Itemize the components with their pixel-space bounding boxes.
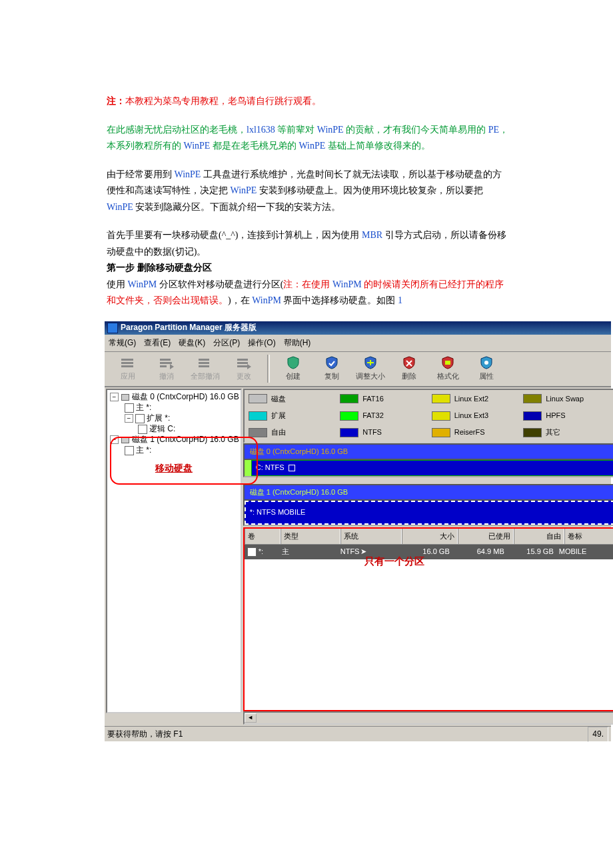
text: 分区软件对移动硬盘进行分区( (157, 279, 283, 289)
th-free[interactable]: 自由 (514, 529, 564, 544)
legend-label: ReiserFS (454, 426, 485, 439)
partition-table: 卷 类型 系统 大小 已使用 自由 卷标 *: 主 NTFS➤ 16.0 GB … (243, 527, 613, 711)
text: MBR (362, 230, 382, 240)
th-volume[interactable]: 卷 (245, 529, 281, 544)
shield-icon (284, 355, 303, 370)
text: 安装到移动硬盘上。因为使用环境比较复杂，所以要把 (257, 185, 483, 195)
app-icon (107, 323, 118, 333)
cell-vol: *: (245, 545, 279, 559)
minus-icon[interactable]: − (125, 414, 133, 423)
menu-view[interactable]: 查看(E) (144, 336, 171, 350)
menu-disk[interactable]: 硬盘(K) (179, 336, 205, 350)
minus-icon[interactable]: − (110, 435, 119, 444)
label: 调整大小 (356, 370, 385, 383)
thanks-paragraph: 在此感谢无忧启动社区的老毛桃，lxl1638 等前辈对 WinPE 的贡献，才有… (107, 122, 510, 155)
text: 1 (398, 295, 402, 305)
th-size[interactable]: 大小 (402, 529, 458, 544)
legend-label: 扩展 (271, 409, 286, 422)
label: 主 *: (136, 443, 151, 457)
swatch (249, 428, 267, 437)
cell-label: MOBILE (556, 545, 606, 559)
swatch (249, 394, 267, 403)
disk-icon (121, 436, 130, 444)
note-paragraph: 注：本教程为菜鸟专用教程，老鸟请自行跳行观看。 (107, 93, 510, 110)
text: *: (259, 547, 263, 555)
text: 都是在老毛桃兄弟的 (210, 141, 299, 151)
label: 全部撤消 (191, 370, 220, 383)
menu-help[interactable]: 帮助(H) (284, 336, 311, 350)
disk0-volume[interactable]: C: NTFS (251, 460, 613, 476)
th-system[interactable]: 系统 (340, 529, 402, 544)
disk0-bar[interactable]: C: NTFS (243, 459, 613, 477)
square-icon (289, 465, 295, 471)
swatch (432, 394, 450, 403)
partition-icon (125, 403, 134, 413)
document-body: 注：本教程为菜鸟专用教程，老鸟请自行跳行观看。 在此感谢无忧启动社区的老毛桃，l… (0, 0, 613, 768)
changes-button[interactable]: 更改 (225, 355, 263, 383)
text: 的贡献，才有我们今天简单易用的 (344, 125, 488, 135)
format-button[interactable]: 格式化 (428, 355, 467, 383)
label: 复制 (324, 370, 339, 383)
text: lxl1638 (247, 125, 275, 135)
text: 由于经常要用到 (107, 169, 175, 179)
text: 基础上简单修改得来的。 (325, 141, 430, 151)
swatch (432, 428, 450, 437)
label: 格式化 (437, 370, 459, 383)
delete-button[interactable]: 删除 (390, 355, 428, 383)
th-label[interactable]: 卷标 (564, 529, 613, 544)
partition-icon (247, 547, 257, 557)
disk1-volume[interactable]: *: NTFS MOBILE (245, 501, 613, 525)
text: WinPE (107, 202, 133, 212)
swatch (523, 428, 542, 437)
copy-button[interactable]: 复制 (312, 355, 351, 383)
legend-label: HPFS (546, 409, 565, 422)
tree-disk1[interactable]: −磁盘 1 (CntxCorpHD) 16.0 GB (109, 435, 239, 445)
paragraph-2: 由于经常要用到 WinPE 工具盘进行系统维护，光盘时间长了就无法读取，所以基于… (107, 167, 510, 216)
label: 应用 (121, 370, 135, 383)
annotation-one-partition: 只有一个分区 (364, 553, 424, 570)
text: WinPE (299, 141, 325, 151)
cell-type: 主 (279, 545, 338, 559)
apply-button[interactable]: 应用 (109, 355, 147, 383)
window-title: Paragon Partition Manager 服务器版 (121, 321, 257, 335)
winpm-screenshot: Paragon Partition Manager 服务器版 常规(G) 查看(… (105, 321, 611, 742)
partition-icon (125, 446, 134, 455)
menu-partition[interactable]: 分区(P) (213, 336, 240, 350)
status-bar: 要获得帮助，请按 F1 49. (105, 726, 611, 741)
swatch (523, 394, 542, 403)
create-button[interactable]: 创建 (274, 355, 312, 383)
scroll-left-icon[interactable]: ◄ (245, 713, 257, 723)
swatch (340, 411, 358, 421)
text: 在此感谢无忧启动社区的老毛桃， (107, 125, 247, 135)
resize-button[interactable]: 调整大小 (351, 355, 390, 383)
swatch (523, 411, 542, 421)
undo-all-button[interactable]: 全部撤消 (186, 355, 225, 383)
label: 创建 (286, 370, 301, 383)
disk-icon (121, 393, 130, 401)
menu-operate[interactable]: 操作(O) (248, 336, 275, 350)
undo-button[interactable]: 撤消 (147, 355, 186, 383)
properties-button[interactable]: 属性 (467, 355, 506, 383)
minus-icon[interactable]: − (110, 393, 119, 401)
menu-general[interactable]: 常规(G) (109, 336, 136, 350)
th-type[interactable]: 类型 (281, 529, 340, 544)
shield-icon (322, 355, 341, 370)
text: WinPE (184, 141, 211, 151)
horizontal-scrollbar[interactable]: ◄ (243, 711, 613, 725)
th-used[interactable]: 已使用 (458, 529, 514, 544)
shield-icon (361, 355, 380, 370)
text: WinPE (231, 185, 257, 195)
text: 安装到隐藏分区。下面就介绍一下我的安装方法。 (133, 202, 341, 212)
cell-free: 15.9 GB (507, 545, 556, 559)
table-row[interactable]: *: 主 NTFS➤ 16.0 GB 64.9 MB 15.9 GB MOBIL… (245, 545, 613, 559)
disk-tree[interactable]: −磁盘 0 (CntxCorpHD) 16.0 GB 主 *: −扩展 *: 逻… (106, 389, 242, 713)
main-body: −磁盘 0 (CntxCorpHD) 16.0 GB 主 *: −扩展 *: 逻… (105, 387, 611, 726)
legend-label: 其它 (546, 426, 560, 439)
tree-disk0[interactable]: −磁盘 0 (CntxCorpHD) 16.0 GB (109, 392, 239, 403)
swatch (340, 428, 358, 437)
note-body: 本教程为菜鸟专用教程，老鸟请自行跳行观看。 (125, 96, 321, 106)
status-help: 要获得帮助，请按 F1 (107, 727, 183, 741)
window-titlebar[interactable]: Paragon Partition Manager 服务器版 (105, 321, 611, 335)
shield-icon (438, 355, 457, 370)
disk1-bar[interactable]: *: NTFS MOBILE (243, 499, 613, 526)
